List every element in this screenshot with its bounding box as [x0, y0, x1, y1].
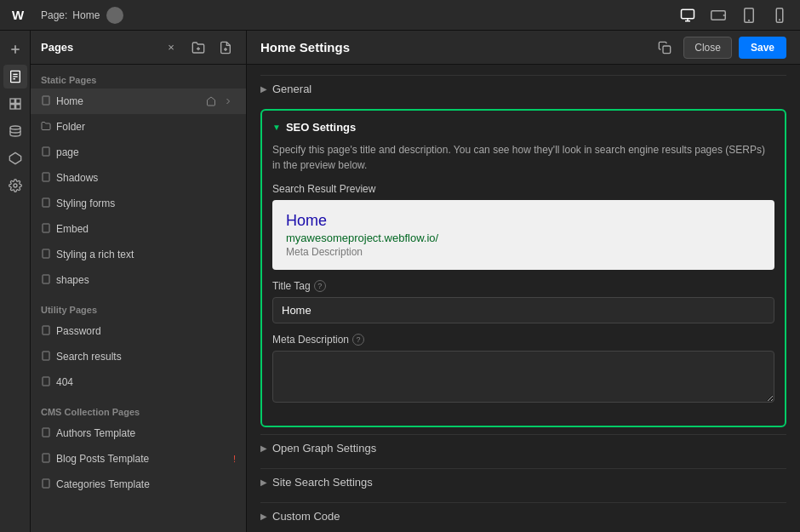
page-item-styling-rich-text[interactable]: Styling a rich text: [31, 242, 246, 267]
open-graph-toggle[interactable]: ▶ Open Graph Settings: [260, 434, 786, 461]
page-icon: [41, 376, 51, 388]
svg-rect-33: [43, 275, 49, 283]
title-tag-label: Title Tag ?: [272, 280, 774, 292]
settings-title: Home Settings: [260, 40, 646, 54]
page-item-404[interactable]: 404: [31, 369, 246, 395]
svg-rect-37: [43, 428, 49, 437]
general-section-toggle[interactable]: ▶ General: [260, 75, 786, 102]
add-panel-btn[interactable]: [3, 37, 27, 61]
page-item-styling-forms[interactable]: Styling forms: [31, 191, 246, 216]
svg-rect-1: [682, 9, 694, 19]
meta-desc-help-icon[interactable]: ?: [352, 334, 364, 346]
page-name-authors-template: Authors Template: [56, 427, 236, 439]
page-item-home[interactable]: Home: [31, 89, 246, 114]
page-item-blog-posts-template[interactable]: Blog Posts Template !: [31, 446, 246, 472]
svg-rect-35: [43, 352, 49, 360]
seo-section-toggle[interactable]: ▼ SEO Settings: [272, 121, 774, 142]
page-item-shapes[interactable]: shapes: [31, 267, 246, 293]
meta-description-input[interactable]: [272, 351, 774, 403]
svg-rect-32: [43, 249, 49, 258]
tablet-portrait-btn[interactable]: [737, 3, 761, 27]
site-search-arrow: ▶: [260, 478, 267, 487]
page-icon: [41, 146, 51, 158]
settings-panel-btn[interactable]: [3, 174, 27, 197]
pages-close-btn[interactable]: ×: [161, 37, 181, 58]
svg-point-20: [10, 126, 20, 129]
status-indicator[interactable]: [106, 7, 123, 24]
svg-rect-28: [43, 147, 49, 156]
custom-code-label: Custom Code: [272, 510, 340, 523]
svg-point-5: [723, 14, 724, 15]
page-icon: [41, 172, 51, 184]
title-tag-help-icon[interactable]: ?: [314, 280, 326, 292]
tablet-landscape-btn[interactable]: [706, 3, 730, 27]
open-graph-arrow: ▶: [260, 443, 267, 453]
close-icon: ×: [168, 41, 174, 54]
cms-panel-btn[interactable]: [3, 119, 27, 143]
preview-title: Home: [286, 212, 761, 230]
svg-rect-16: [10, 99, 14, 103]
page-item-embed[interactable]: Embed: [31, 216, 246, 242]
logo[interactable]: W: [9, 3, 32, 27]
page-item-categories-template[interactable]: Categories Template: [31, 472, 246, 497]
components-panel-btn[interactable]: [3, 146, 27, 170]
page-item-search-results[interactable]: Search results: [31, 344, 246, 369]
svg-rect-34: [43, 326, 49, 335]
page-icon: [41, 197, 51, 209]
close-settings-btn[interactable]: Close: [683, 37, 732, 59]
page-home-actions: [203, 94, 236, 109]
seo-description: Specify this page's title and descriptio…: [272, 142, 774, 173]
title-tag-group: Title Tag ?: [272, 280, 774, 323]
svg-marker-21: [9, 152, 20, 163]
pages-list: Static Pages Home: [31, 65, 246, 532]
page-name-search-results: Search results: [56, 351, 236, 363]
add-page-btn[interactable]: [215, 37, 236, 58]
desktop-device-btn[interactable]: [676, 3, 700, 27]
svg-point-22: [14, 184, 17, 187]
add-folder-btn[interactable]: [188, 37, 209, 58]
page-name: Home: [72, 9, 100, 21]
meta-description-group: Meta Description ?: [272, 334, 774, 405]
page-item-folder[interactable]: Folder: [31, 114, 246, 140]
layers-panel-btn[interactable]: [3, 92, 27, 116]
svg-rect-38: [43, 454, 49, 462]
seo-section: ▼ SEO Settings Specify this page's title…: [260, 109, 786, 427]
copy-settings-btn[interactable]: [653, 36, 677, 60]
page-item-page[interactable]: page: [31, 140, 246, 165]
mobile-btn[interactable]: [768, 3, 791, 27]
pages-panel-header: Pages ×: [31, 31, 246, 65]
site-search-toggle[interactable]: ▶ Site Search Settings: [260, 468, 786, 495]
cms-page-icon: [41, 478, 51, 490]
folder-icon: [41, 121, 51, 133]
pages-panel-btn[interactable]: [3, 65, 27, 89]
page-name-404: 404: [56, 376, 236, 388]
page-name-blog-posts-template: Blog Posts Template: [56, 453, 226, 465]
search-result-preview: Home myawesomeproject.webflow.io/ Meta D…: [272, 200, 774, 270]
title-tag-input[interactable]: [272, 297, 774, 323]
meta-description-label: Meta Description ?: [272, 334, 774, 346]
save-settings-btn[interactable]: Save: [739, 37, 786, 59]
pages-panel: Pages × Static Pages Home: [31, 31, 247, 532]
page-item-password[interactable]: Password: [31, 318, 246, 344]
cms-page-icon: [41, 453, 51, 465]
svg-rect-18: [10, 105, 14, 109]
svg-rect-39: [43, 479, 49, 488]
svg-text:W: W: [12, 8, 25, 22]
page-name-shadows: Shadows: [56, 172, 236, 184]
svg-point-7: [749, 20, 750, 20]
page-icon: [41, 223, 51, 235]
cms-page-icon: [41, 427, 51, 439]
svg-rect-40: [663, 46, 671, 54]
page-item-authors-template[interactable]: Authors Template: [31, 420, 246, 446]
svg-point-9: [780, 19, 780, 20]
page-breadcrumb: Page: Home: [41, 9, 100, 21]
page-home-icon[interactable]: [203, 94, 219, 109]
custom-code-toggle[interactable]: ▶ Custom Code: [260, 502, 786, 529]
topbar: W Page: Home: [0, 0, 800, 31]
page-name-styling-forms: Styling forms: [56, 197, 236, 209]
page-home-settings[interactable]: [220, 94, 236, 109]
svg-rect-19: [15, 105, 20, 109]
device-switcher: [676, 3, 791, 27]
page-item-shadows[interactable]: Shadows: [31, 165, 246, 191]
custom-code-arrow: ▶: [260, 512, 267, 521]
